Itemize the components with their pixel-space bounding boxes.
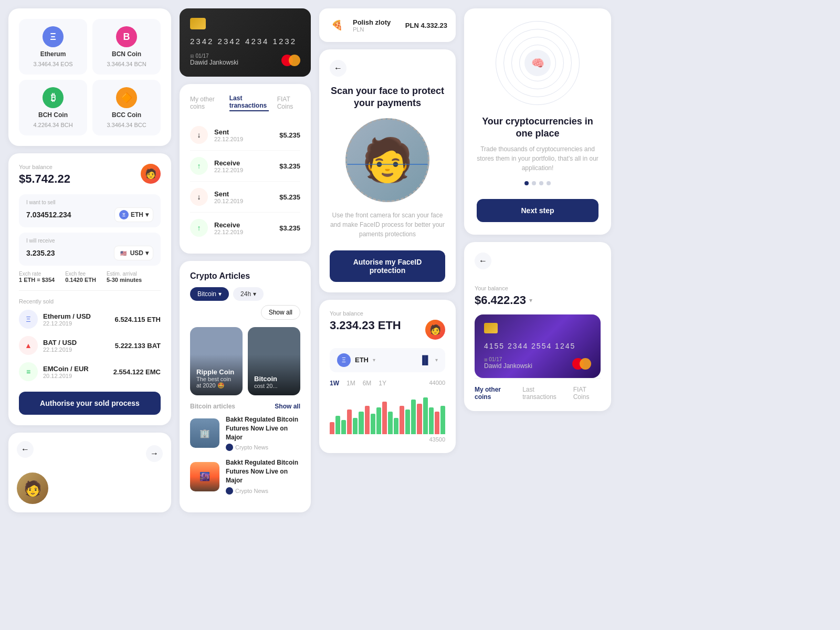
trade-item-etherum[interactable]: Ξ Etherum / USD 22.12.2019 6.524.115 ETH [19, 310, 161, 329]
sell-label: I want to sell [26, 200, 153, 205]
trade-date-0: 22.12.2019 [43, 320, 91, 327]
coin-item-bch[interactable]: ₿ BCH Coin 4.2264.34 BCH [19, 80, 87, 135]
receive-value: 3.235.23 [26, 249, 55, 257]
right-card-back[interactable]: ← [475, 253, 491, 269]
show-all-button[interactable]: Show all [261, 305, 300, 320]
txn-item-3[interactable]: ↑ Receive 22.12.2019 $3.235 [190, 213, 300, 243]
article-card-ripple[interactable]: Ripple Coin The best coin at 2020 🤩 [190, 327, 243, 395]
right-tab-coins[interactable]: My other coins [475, 386, 514, 401]
bcn-amount: 3.3464.34 BCN [107, 61, 146, 67]
etherum-icon: Ξ [43, 26, 64, 47]
filter-24h[interactable]: 24h ▾ [233, 287, 264, 301]
right-tab-fiat[interactable]: FIAT Coins [573, 386, 601, 401]
chart-bar-0 [330, 422, 334, 434]
purple-card-chip [484, 323, 498, 333]
trade-amount-1: 5.222.133 BAT [115, 342, 161, 350]
trade-item-emcoin[interactable]: ≡ EMCoin / EUR 20.12.2019 2.554.122 EMC [19, 362, 161, 381]
face-emoji: 🧑 [361, 135, 414, 185]
portfolio-circles: 🧠 [496, 21, 580, 105]
column-2: 2342 2342 4234 1232 ⊞ 01/17 Dawid Jankow… [180, 8, 311, 622]
dot-1[interactable] [524, 181, 529, 185]
tab-fiat-coins[interactable]: FIAT Coins [277, 96, 300, 110]
coin-item-etherum[interactable]: Ξ Etherum 3.3464.34 EOS [19, 19, 87, 75]
articles-title: Crypto Articles [190, 271, 300, 281]
time-tab-1m[interactable]: 1M [346, 380, 355, 387]
tab-last-transactions[interactable]: Last transactions [229, 94, 269, 111]
eth-balance-card: Your balance 3.234.23 ETH 🧑 Ξ ETH ▾ ▐▌ ▾… [319, 300, 456, 453]
eth-balance-label: Your balance [330, 310, 445, 317]
sell-currency-badge[interactable]: Ξ ETH ▾ [114, 207, 153, 222]
balance-amount: $5.742.22 [19, 172, 70, 186]
dot-2[interactable] [532, 181, 536, 185]
txn-recv-icon-3: ↑ [190, 219, 208, 237]
right-balance-dropdown[interactable]: ▾ [529, 297, 532, 304]
right-balance-label: Your balance [475, 285, 601, 291]
txn-date-1: 22.12.2019 [214, 167, 243, 173]
chart-bar-13 [405, 410, 410, 434]
chart-bar-17 [429, 407, 434, 434]
chart-high-label: 44000 [429, 380, 445, 387]
bcc-name: BCC Coin [112, 111, 141, 119]
article-list-item-1[interactable]: 🌆 Bakkt Regulated Bitcoin Futures Now Li… [190, 458, 300, 494]
authorise-sell-button[interactable]: Authorise your sold process [19, 392, 161, 415]
source-name-0: Crypto News [235, 444, 268, 450]
dot-4[interactable] [547, 181, 551, 185]
purple-credit-card: 4155 2344 2554 1245 ⊞ 01/17 Dawid Jankow… [475, 314, 601, 378]
filter-bitcoin[interactable]: Bitcoin ▾ [190, 287, 229, 301]
txn-item-1[interactable]: ↑ Receive 22.12.2019 $3.235 [190, 151, 300, 182]
transaction-tabs: My other coins Last transactions FIAT Co… [190, 94, 300, 111]
article-list-item-0[interactable]: 🏢 Bakkt Regulated Bitcoin Futures Now Li… [190, 415, 300, 451]
recently-sold-label: Recently sold [19, 298, 161, 304]
ring-4 [519, 45, 556, 81]
coin-item-bcn[interactable]: B BCN Coin 3.3464.34 BCN [92, 19, 161, 75]
trade-name-2: EMCoin / EUR [43, 365, 89, 373]
time-tab-1w[interactable]: 1W [330, 380, 339, 387]
face-circle: 🧑 [345, 118, 429, 202]
trade-icon-etherum: Ξ [19, 310, 38, 329]
dot-3[interactable] [539, 181, 543, 185]
token-row[interactable]: Ξ ETH ▾ ▐▌ ▾ [330, 348, 445, 372]
trade-date-2: 20.12.2019 [43, 373, 89, 379]
right-balance-amount: $6.422.23 [475, 293, 526, 307]
eth-user-avatar: 🧑 [425, 320, 445, 340]
eth-chevron-icon[interactable]: ▾ [435, 357, 438, 363]
txn-item-2[interactable]: ↓ Sent 20.12.2019 $5.235 [190, 182, 300, 213]
next-step-button[interactable]: Next step [477, 199, 598, 222]
receive-currency-badge[interactable]: 🇺🇸 USD ▾ [114, 246, 153, 260]
article-title-0: Bakkt Regulated Bitcoin Futures Now Live… [226, 415, 300, 442]
card-expiry: ⊞ 01/17 [190, 53, 238, 59]
small-card-forward[interactable]: → [146, 445, 163, 462]
time-tab-1y[interactable]: 1Y [379, 380, 386, 387]
bitcoin-show-all[interactable]: Show all [275, 403, 300, 410]
receive-currency-chevron: ▾ [145, 249, 149, 257]
faceid-button[interactable]: Autorise my FaceID protection [330, 250, 445, 282]
estim-value: 5-30 minutes [107, 277, 142, 283]
tab-my-coins[interactable]: My other coins [190, 96, 221, 110]
coin-item-bcc[interactable]: 🔶 BCC Coin 3.3464.34 BCC [92, 80, 161, 135]
chart-bar-19 [440, 406, 445, 434]
face-scan-back[interactable]: ← [330, 60, 346, 77]
sell-input-group[interactable]: I want to sell 7.034512.234 Ξ ETH ▾ [19, 194, 161, 227]
txn-item-0[interactable]: ↓ Sent 22.12.2019 $5.235 [190, 120, 300, 151]
small-card-back[interactable]: ← [17, 441, 34, 458]
trade-item-bat[interactable]: ▲ BAT / USD 22.12.2019 5.222.133 BAT [19, 336, 161, 355]
right-tab-transactions[interactable]: Last transactions [522, 386, 565, 401]
trade-name-0: Etherum / USD [43, 312, 91, 320]
bcn-icon: B [116, 26, 137, 47]
chart-bar-1 [335, 416, 340, 434]
chart-bar-2 [341, 420, 346, 434]
sell-currency-chevron: ▾ [145, 211, 149, 218]
exchange-info-row: Exch rate 1 ETH = $354 Exch fee 0.1420 E… [19, 271, 161, 283]
fiat-name: Polish zloty [353, 18, 399, 26]
sell-currency: ETH [131, 211, 143, 218]
article-thumb-0: 🏢 [190, 418, 219, 448]
time-tab-6m[interactable]: 6M [363, 380, 372, 387]
eth-dropdown-icon[interactable]: ▾ [373, 357, 375, 363]
credit-card: 2342 2342 4234 1232 ⊞ 01/17 Dawid Jankow… [180, 8, 311, 77]
article-cards-row: Ripple Coin The best coin at 2020 🤩 Bitc… [190, 327, 300, 395]
trade-amount-0: 6.524.115 ETH [115, 316, 161, 323]
chart-bar-18 [435, 412, 439, 434]
portfolio-card: 🧠 Your cryptocurrencies in one place Tra… [464, 8, 611, 235]
article-card-bitcoin[interactable]: Bitcoin cost 20... [248, 327, 300, 395]
receive-input-group[interactable]: I will receive 3.235.23 🇺🇸 USD ▾ [19, 233, 161, 266]
